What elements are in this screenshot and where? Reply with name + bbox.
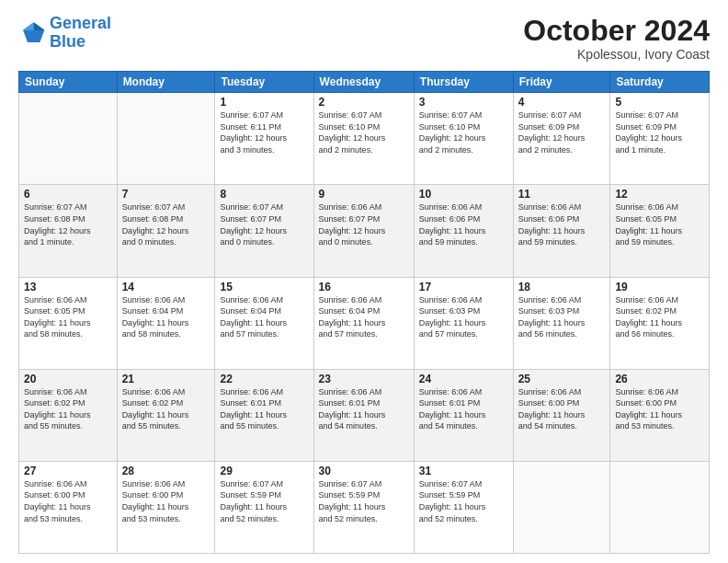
day-number: 9 [319, 188, 409, 201]
day-number: 12 [615, 188, 704, 201]
table-row [19, 93, 118, 185]
page: General Blue October 2024 Kpolessou, Ivo… [0, 0, 728, 563]
day-number: 2 [319, 96, 409, 109]
day-info: Sunrise: 6:07 AM Sunset: 5:59 PM Dayligh… [220, 478, 308, 524]
day-info: Sunrise: 6:06 AM Sunset: 6:02 PM Dayligh… [24, 386, 112, 432]
table-row: 8Sunrise: 6:07 AM Sunset: 6:07 PM Daylig… [215, 185, 313, 277]
day-number: 31 [419, 465, 508, 477]
table-row: 22Sunrise: 6:06 AM Sunset: 6:01 PM Dayli… [215, 369, 313, 461]
calendar-week-row: 20Sunrise: 6:06 AM Sunset: 6:02 PM Dayli… [19, 369, 710, 461]
day-info: Sunrise: 6:07 AM Sunset: 6:10 PM Dayligh… [419, 109, 508, 155]
day-info: Sunrise: 6:06 AM Sunset: 6:07 PM Dayligh… [319, 201, 409, 247]
header-monday: Monday [117, 72, 215, 93]
logo-line2: Blue [50, 32, 85, 51]
day-info: Sunrise: 6:06 AM Sunset: 6:04 PM Dayligh… [220, 294, 308, 340]
day-info: Sunrise: 6:07 AM Sunset: 6:08 PM Dayligh… [122, 201, 210, 247]
day-info: Sunrise: 6:06 AM Sunset: 6:06 PM Dayligh… [518, 201, 606, 247]
svg-marker-1 [34, 22, 45, 29]
day-number: 14 [122, 281, 210, 293]
table-row: 28Sunrise: 6:06 AM Sunset: 6:00 PM Dayli… [117, 461, 215, 553]
table-row: 30Sunrise: 6:07 AM Sunset: 5:59 PM Dayli… [313, 461, 414, 553]
day-info: Sunrise: 6:06 AM Sunset: 6:03 PM Dayligh… [419, 294, 508, 340]
day-info: Sunrise: 6:06 AM Sunset: 6:00 PM Dayligh… [518, 386, 606, 432]
logo: General Blue [18, 15, 111, 52]
header-friday: Friday [513, 72, 610, 93]
table-row: 16Sunrise: 6:06 AM Sunset: 6:04 PM Dayli… [313, 277, 414, 369]
table-row: 19Sunrise: 6:06 AM Sunset: 6:02 PM Dayli… [610, 277, 710, 369]
day-number: 1 [220, 96, 308, 109]
day-info: Sunrise: 6:06 AM Sunset: 6:02 PM Dayligh… [615, 294, 704, 340]
table-row: 1Sunrise: 6:07 AM Sunset: 6:11 PM Daylig… [215, 93, 313, 185]
header-tuesday: Tuesday [215, 72, 313, 93]
table-row: 13Sunrise: 6:06 AM Sunset: 6:05 PM Dayli… [19, 277, 118, 369]
day-number: 15 [220, 281, 308, 293]
day-info: Sunrise: 6:06 AM Sunset: 6:00 PM Dayligh… [615, 386, 704, 432]
day-number: 8 [220, 188, 308, 201]
day-info: Sunrise: 6:07 AM Sunset: 6:08 PM Dayligh… [24, 201, 112, 247]
calendar-week-row: 1Sunrise: 6:07 AM Sunset: 6:11 PM Daylig… [19, 93, 710, 185]
table-row: 24Sunrise: 6:06 AM Sunset: 6:01 PM Dayli… [414, 369, 513, 461]
day-info: Sunrise: 6:07 AM Sunset: 6:11 PM Dayligh… [220, 109, 308, 155]
table-row: 27Sunrise: 6:06 AM Sunset: 6:00 PM Dayli… [19, 461, 118, 553]
calendar-week-row: 27Sunrise: 6:06 AM Sunset: 6:00 PM Dayli… [19, 461, 710, 553]
table-row: 2Sunrise: 6:07 AM Sunset: 6:10 PM Daylig… [313, 93, 414, 185]
table-row: 20Sunrise: 6:06 AM Sunset: 6:02 PM Dayli… [19, 369, 118, 461]
day-info: Sunrise: 6:06 AM Sunset: 6:05 PM Dayligh… [615, 201, 704, 247]
day-info: Sunrise: 6:06 AM Sunset: 6:06 PM Dayligh… [419, 201, 508, 247]
table-row: 17Sunrise: 6:06 AM Sunset: 6:03 PM Dayli… [414, 277, 513, 369]
table-row: 6Sunrise: 6:07 AM Sunset: 6:08 PM Daylig… [19, 185, 118, 277]
table-row: 5Sunrise: 6:07 AM Sunset: 6:09 PM Daylig… [610, 93, 710, 185]
table-row [117, 93, 215, 185]
day-info: Sunrise: 6:06 AM Sunset: 6:01 PM Dayligh… [419, 386, 508, 432]
day-number: 19 [615, 281, 704, 293]
table-row: 29Sunrise: 6:07 AM Sunset: 5:59 PM Dayli… [215, 461, 313, 553]
day-info: Sunrise: 6:06 AM Sunset: 6:04 PM Dayligh… [122, 294, 210, 340]
table-row: 4Sunrise: 6:07 AM Sunset: 6:09 PM Daylig… [513, 93, 610, 185]
logo-text: General Blue [50, 15, 111, 52]
table-row: 9Sunrise: 6:06 AM Sunset: 6:07 PM Daylig… [313, 185, 414, 277]
calendar-subtitle: Kpolessou, Ivory Coast [523, 47, 710, 62]
day-number: 13 [24, 281, 112, 293]
day-number: 23 [319, 373, 409, 385]
day-number: 4 [518, 96, 606, 109]
day-number: 28 [122, 465, 210, 477]
day-info: Sunrise: 6:07 AM Sunset: 5:59 PM Dayligh… [419, 478, 508, 524]
table-row: 26Sunrise: 6:06 AM Sunset: 6:00 PM Dayli… [610, 369, 710, 461]
header-wednesday: Wednesday [313, 72, 414, 93]
day-number: 17 [419, 281, 508, 293]
day-number: 26 [615, 373, 704, 385]
day-number: 6 [24, 188, 112, 201]
day-info: Sunrise: 6:06 AM Sunset: 6:01 PM Dayligh… [220, 386, 308, 432]
day-info: Sunrise: 6:06 AM Sunset: 6:03 PM Dayligh… [518, 294, 606, 340]
table-row: 12Sunrise: 6:06 AM Sunset: 6:05 PM Dayli… [610, 185, 710, 277]
calendar-header-row: Sunday Monday Tuesday Wednesday Thursday… [19, 72, 710, 93]
logo-icon [18, 19, 46, 47]
day-number: 10 [419, 188, 508, 201]
day-number: 3 [419, 96, 508, 109]
day-info: Sunrise: 6:07 AM Sunset: 6:09 PM Dayligh… [615, 109, 704, 155]
day-number: 18 [518, 281, 606, 293]
day-info: Sunrise: 6:06 AM Sunset: 6:02 PM Dayligh… [122, 386, 210, 432]
day-number: 7 [122, 188, 210, 201]
header-sunday: Sunday [19, 72, 118, 93]
table-row: 23Sunrise: 6:06 AM Sunset: 6:01 PM Dayli… [313, 369, 414, 461]
calendar-table: Sunday Monday Tuesday Wednesday Thursday… [18, 71, 710, 554]
day-info: Sunrise: 6:06 AM Sunset: 6:01 PM Dayligh… [319, 386, 409, 432]
table-row: 31Sunrise: 6:07 AM Sunset: 5:59 PM Dayli… [414, 461, 513, 553]
calendar-week-row: 13Sunrise: 6:06 AM Sunset: 6:05 PM Dayli… [19, 277, 710, 369]
table-row [513, 461, 610, 553]
day-info: Sunrise: 6:06 AM Sunset: 6:04 PM Dayligh… [319, 294, 409, 340]
table-row: 21Sunrise: 6:06 AM Sunset: 6:02 PM Dayli… [117, 369, 215, 461]
day-number: 16 [319, 281, 409, 293]
day-info: Sunrise: 6:06 AM Sunset: 6:00 PM Dayligh… [24, 478, 112, 524]
day-info: Sunrise: 6:07 AM Sunset: 5:59 PM Dayligh… [319, 478, 409, 524]
table-row: 18Sunrise: 6:06 AM Sunset: 6:03 PM Dayli… [513, 277, 610, 369]
day-number: 24 [419, 373, 508, 385]
day-info: Sunrise: 6:06 AM Sunset: 6:05 PM Dayligh… [24, 294, 112, 340]
header-thursday: Thursday [414, 72, 513, 93]
svg-marker-2 [23, 22, 34, 29]
table-row [610, 461, 710, 553]
calendar-title: October 2024 [523, 15, 710, 47]
day-number: 5 [615, 96, 704, 109]
calendar-week-row: 6Sunrise: 6:07 AM Sunset: 6:08 PM Daylig… [19, 185, 710, 277]
